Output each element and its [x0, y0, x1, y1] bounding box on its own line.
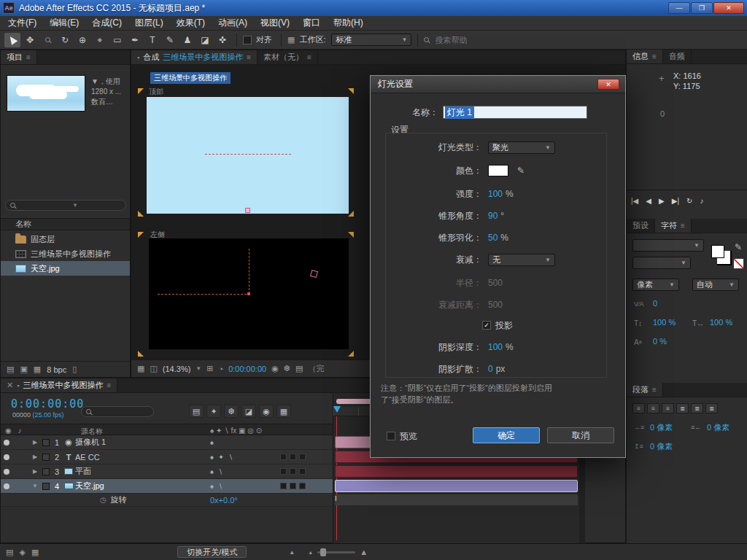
puppet-pin-tool-icon[interactable]: ✜ [214, 33, 231, 47]
project-item-folder[interactable]: 固态层 [1, 232, 130, 246]
mode-box[interactable] [290, 454, 296, 460]
layer-switches[interactable]: ♠ ✦ ∖ [210, 454, 277, 461]
zoom-in-mountain-icon[interactable]: ▲ [360, 548, 368, 556]
property-value[interactable]: 0x+0.0° [210, 496, 238, 505]
pan-handle-icon[interactable]: ▲ [289, 549, 295, 556]
layer-row-2[interactable]: ▶2TAE CC♠ ✦ ∖ [1, 450, 333, 464]
project-item-footage[interactable]: 天空.jpg [1, 261, 130, 276]
layer-name[interactable]: 天空.jpg [75, 481, 210, 491]
eraser-tool-icon[interactable]: ◪ [197, 33, 213, 47]
selection-tool-icon[interactable] [4, 33, 20, 47]
loop-button[interactable]: ↻ [686, 197, 692, 205]
layer-duration-bar-3[interactable] [335, 465, 578, 478]
horizontal-scale-value[interactable]: 100 % [710, 318, 732, 327]
shadow-diffusion-value[interactable]: 0 [488, 364, 493, 374]
justify-last-center-icon[interactable]: ≣ [691, 403, 703, 413]
comp-current-time[interactable]: 0:00:00:00 [228, 365, 266, 373]
justify-last-left-icon[interactable]: ≣ [676, 403, 689, 413]
leading-dropdown[interactable]: 自动▼ [692, 279, 739, 291]
grid-guides-icon[interactable]: ⊞ [206, 364, 213, 373]
property-name[interactable]: 旋转 [111, 494, 127, 505]
tab-footage[interactable]: 素材（无） ≡ [258, 50, 318, 64]
tab-info[interactable]: 信息 ≡ [627, 50, 663, 63]
draft-3d-icon[interactable]: ❆ [224, 405, 239, 418]
clone-stamp-tool-icon[interactable]: ♟ [179, 33, 196, 47]
menu-item[interactable]: 窗口 [296, 16, 327, 30]
mode-box[interactable] [290, 468, 296, 475]
stopwatch-icon[interactable]: ◷ [100, 496, 107, 504]
rotation-tool-icon[interactable]: ↻ [57, 33, 73, 47]
help-search-input[interactable] [435, 36, 522, 44]
region-of-interest-icon[interactable]: ▤ [295, 364, 303, 373]
light-type-dropdown[interactable]: 聚光 ▼ [488, 141, 555, 154]
comp-mini-flowchart-icon[interactable]: ▤ [189, 405, 204, 418]
label-color-chip[interactable] [40, 439, 52, 446]
project-columns-header[interactable]: 名称 [1, 218, 130, 230]
tab-character[interactable]: 字符 ≡ [655, 219, 692, 233]
panel-menu-icon[interactable]: ≡ [247, 53, 251, 61]
font-family-dropdown[interactable]: ▼ [632, 239, 704, 252]
panel-menu-icon[interactable]: ≡ [307, 53, 311, 61]
panel-menu-icon[interactable]: ≡ [107, 381, 111, 389]
always-preview-icon[interactable]: ▦ [137, 364, 144, 373]
mode-box[interactable] [299, 454, 306, 460]
falloff-dropdown[interactable]: 无 ▼ [488, 254, 555, 266]
eyedropper-icon[interactable]: ✎ [517, 166, 525, 176]
in-out-columns-icon[interactable]: ▦ [31, 548, 39, 557]
tab-presets[interactable]: 预设 [627, 219, 655, 233]
expand-layer-pane-icon[interactable]: ▤ [6, 548, 13, 557]
prev-frame-button[interactable]: ◀ [646, 197, 651, 205]
render-settings-icon[interactable]: ◈ [19, 548, 25, 557]
panel-menu-icon[interactable]: ≡ [26, 53, 31, 61]
mode-box[interactable] [299, 468, 306, 475]
baseline-shift-value[interactable]: 0 % [653, 337, 667, 346]
timeline-search-input[interactable] [94, 408, 145, 416]
twirl-icon[interactable]: ▶ [30, 454, 40, 460]
cone-feather-value[interactable]: 50 [488, 233, 498, 243]
resolution-dropdown[interactable]: （完 [308, 363, 324, 374]
visibility-toggle[interactable] [1, 454, 12, 460]
mode-box[interactable] [280, 483, 287, 489]
justify-all-icon[interactable]: ≣ [705, 403, 718, 413]
shy-layers-icon[interactable]: ◪ [241, 405, 256, 418]
property-row-rotation[interactable]: ◷ 旋转 0x+0.0° [1, 494, 333, 507]
shadow-darkness-value[interactable]: 100 [488, 342, 503, 352]
align-center-icon[interactable]: ≡ [647, 403, 659, 413]
font-size-dropdown[interactable]: 像素▼ [632, 279, 679, 291]
pen-tool-icon[interactable]: ✒ [127, 33, 143, 47]
menu-item[interactable]: 编辑(E) [43, 16, 85, 30]
new-composition-icon[interactable]: ▦ [34, 365, 41, 374]
light-icon-handle[interactable] [310, 270, 318, 278]
intensity-value[interactable]: 100 [488, 189, 503, 199]
label-color-chip[interactable] [40, 483, 52, 490]
menu-item[interactable]: 视图(V) [254, 16, 296, 30]
project-item-comp[interactable]: 三维场景中多视图操作 [1, 246, 130, 261]
light-name-input[interactable]: 灯光 1 [443, 106, 587, 119]
panel-menu-icon[interactable]: ≡ [681, 222, 685, 230]
layer-name[interactable]: 摄像机 1 [75, 437, 210, 448]
no-fill-swatch[interactable] [733, 258, 744, 269]
tab-composition[interactable]: ▪ 合成 三维场景中多视图操作 ≡ [131, 50, 258, 64]
light-color-swatch[interactable] [488, 165, 508, 176]
toggle-switches-modes-button[interactable]: 切换开关/模式 [177, 546, 247, 558]
dialog-title-bar[interactable]: 灯光设置 [371, 76, 625, 93]
close-button[interactable]: ✕ [713, 2, 744, 14]
menu-item[interactable]: 图层(L) [128, 16, 170, 30]
layer-columns-header[interactable]: ◉ ♪ 源名称 ♠ ✦ ∖ fx ▣ ◎ ⊙ [1, 424, 333, 435]
hand-tool-icon[interactable]: ✥ [22, 33, 38, 47]
timeline-search-box[interactable] [81, 406, 154, 417]
zoom-tool-icon[interactable] [39, 33, 55, 47]
keyframe-ibeam[interactable]: Ⅰ [335, 495, 337, 502]
layer-switches[interactable]: ♠ ∖ [210, 483, 277, 490]
indent-right-value[interactable]: 0 像素 [707, 422, 729, 433]
channel-icon[interactable]: ❆ [284, 364, 290, 373]
light-point-of-interest-handle[interactable] [245, 208, 250, 213]
cone-angle-value[interactable]: 90 [488, 211, 498, 221]
twirl-icon[interactable]: ▼ [30, 483, 40, 489]
comp-navigator-chip[interactable]: 三维场景中多视图操作 [150, 72, 231, 84]
eyedropper-icon[interactable]: ✎ [735, 242, 742, 252]
project-search-input[interactable] [18, 201, 69, 209]
layer-row-4[interactable]: ▼4天空.jpg♠ ∖ [1, 479, 333, 494]
chevron-down-icon[interactable]: ▼ [72, 202, 78, 209]
pan-behind-tool-icon[interactable]: ⌖ [92, 33, 108, 47]
